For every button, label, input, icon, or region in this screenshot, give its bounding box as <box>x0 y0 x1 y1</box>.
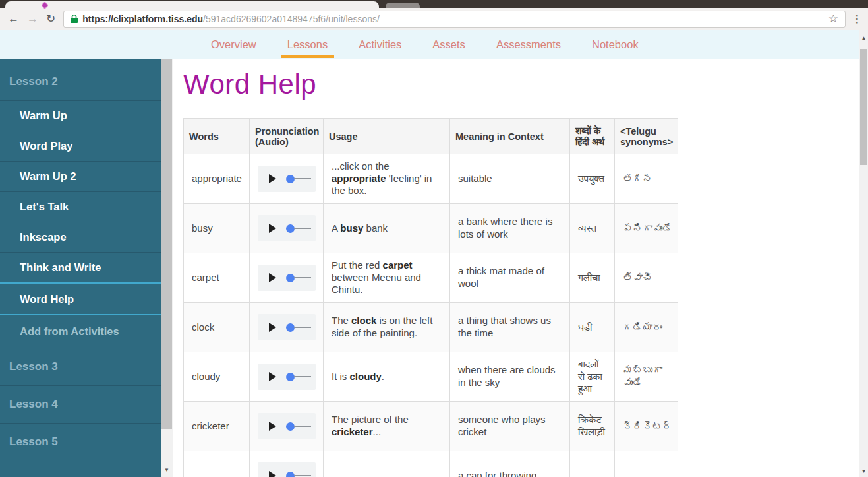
audio-player[interactable] <box>258 413 316 439</box>
browser-tab[interactable] <box>5 1 379 8</box>
window-scrollbar-thumb[interactable] <box>860 49 867 165</box>
audio-cell <box>250 154 324 204</box>
word-help-table: WordsPronunciation (Audio)UsageMeaning i… <box>183 118 678 477</box>
bookmark-star-icon[interactable]: ☆ <box>828 12 838 26</box>
sidebar-item-lesson-2[interactable]: Lesson 2 <box>0 63 161 101</box>
usage-cell <box>324 451 450 477</box>
sidebar-item-word-play[interactable]: Word Play <box>0 131 161 162</box>
table-row: cloudyIt is cloudy.when there are clouds… <box>184 352 678 402</box>
audio-player[interactable] <box>258 166 316 192</box>
hindi-cell: व्यस्त <box>570 204 615 253</box>
seek-track <box>294 178 311 180</box>
audio-cell <box>250 352 324 402</box>
telugu-cell <box>615 451 678 477</box>
usage-cell: The clock is on the left side of the pai… <box>324 303 450 352</box>
sidebar-item-warm-up-2[interactable]: Warm Up 2 <box>0 162 161 192</box>
sidebar-item-lesson-5[interactable]: Lesson 5 <box>0 424 161 461</box>
audio-cell <box>250 303 324 352</box>
seek-track <box>294 376 311 378</box>
sidebar-item-add-from-activities[interactable]: Add from Activities <box>0 315 161 348</box>
word-table-body: appropriate...click on the appropriate '… <box>184 154 678 477</box>
play-icon[interactable] <box>269 372 276 381</box>
usage-cell: ...click on the appropriate 'feeling' in… <box>324 154 450 204</box>
lesson-content: Word Help WordsPronunciation (Audio)Usag… <box>173 59 868 477</box>
column-header-blank: शब्दों के हिंदी अर्थ <box>570 119 615 154</box>
audio-player[interactable] <box>258 215 316 241</box>
table-row: cricketerThe picture of the cricketer...… <box>184 402 678 451</box>
word-cell <box>184 451 250 477</box>
tab-activities[interactable]: Activities <box>352 30 408 59</box>
meaning-cell: someone who plays cricket <box>450 402 570 451</box>
page-title: Word Help <box>183 69 868 100</box>
column-header-meaning-in-context: Meaning in Context <box>450 119 570 154</box>
table-row: clockThe clock is on the left side of th… <box>184 303 678 352</box>
seek-track <box>294 426 311 428</box>
window-scroll-down-icon[interactable]: ▼ <box>859 468 868 474</box>
table-row: a cap for throwing <box>184 451 678 477</box>
course-nav-band: OverviewLessonsActivitiesAssetsAssessmen… <box>0 30 868 59</box>
play-icon[interactable] <box>269 224 276 233</box>
play-icon[interactable] <box>269 471 276 477</box>
telugu-cell: పనిగావుండే <box>615 204 678 253</box>
telugu-cell: తివాచీ <box>615 253 678 303</box>
word-cell: appropriate <box>184 154 250 204</box>
audio-cell <box>250 253 324 303</box>
hindi-cell: क्रिकेट खिलाड़ी <box>570 402 615 451</box>
browser-tab-strip <box>0 0 868 8</box>
usage-cell: It is cloudy. <box>324 352 450 402</box>
meaning-cell: suitable <box>450 154 570 204</box>
audio-player[interactable] <box>258 265 316 291</box>
new-tab-button[interactable] <box>386 3 420 8</box>
sidebar-item-lesson-3[interactable]: Lesson 3 <box>0 348 161 386</box>
sidebar-item-lesson-4[interactable]: Lesson 4 <box>0 386 161 424</box>
telugu-cell: గడియారం <box>615 303 678 352</box>
tab-assessments[interactable]: Assessments <box>490 30 567 59</box>
url-text: https://clixplatform.tiss.edu/591acd6269… <box>82 14 380 24</box>
hindi-cell <box>570 451 615 477</box>
sidebar-item-word-help[interactable]: Word Help <box>0 282 161 315</box>
sidebar-item-let-s-talk[interactable]: Let's Talk <box>0 192 161 222</box>
tab-assets[interactable]: Assets <box>426 30 472 59</box>
meaning-cell: when there are clouds in the sky <box>450 352 570 402</box>
tab-overview[interactable]: Overview <box>204 30 263 59</box>
reload-button[interactable]: ↻ <box>46 13 55 24</box>
play-icon[interactable] <box>269 422 276 431</box>
play-icon[interactable] <box>269 273 276 282</box>
sidebar-scrollbar-thumb[interactable] <box>161 59 172 429</box>
hindi-cell: बादलों से ढका हुआ <box>570 352 615 402</box>
browser-menu-icon[interactable]: ⋮ <box>852 13 862 25</box>
telugu-cell: క్రికెటర్ <box>615 402 678 451</box>
sidebar-item-warm-up[interactable]: Warm Up <box>0 101 161 131</box>
window-scroll-up-icon[interactable]: ▲ <box>859 35 868 41</box>
url-bar[interactable]: https://clixplatform.tiss.edu/591acd6269… <box>63 11 846 28</box>
usage-cell: A busy bank <box>324 204 450 253</box>
play-icon[interactable] <box>269 323 276 332</box>
audio-cell <box>250 402 324 451</box>
hindi-cell: उपयुक्त <box>570 154 615 204</box>
column-header-usage: Usage <box>324 119 450 154</box>
table-row: busyA busy banka bank where there is lot… <box>184 204 678 253</box>
tab-notebook[interactable]: Notebook <box>585 30 645 59</box>
sidebar-nav: Lesson 2Warm UpWord PlayWarm Up 2Let's T… <box>0 59 161 477</box>
audio-player[interactable] <box>258 314 316 340</box>
sidebar-item-inkscape[interactable]: Inkscape <box>0 222 161 253</box>
window-scrollbar[interactable]: ▲ ▼ <box>859 30 868 477</box>
audio-player[interactable] <box>258 462 316 477</box>
meaning-cell: a cap for throwing <box>450 451 570 477</box>
sidebar-item-think-and-write[interactable]: Think and Write <box>0 253 161 283</box>
word-cell: carpet <box>184 253 250 303</box>
tab-lessons[interactable]: Lessons <box>281 30 334 59</box>
sidebar-scroll-down-icon[interactable]: ▼ <box>161 467 173 473</box>
audio-player[interactable] <box>258 364 316 390</box>
play-icon[interactable] <box>269 174 276 183</box>
seek-track <box>294 228 311 230</box>
back-button[interactable]: ← <box>8 13 19 24</box>
column-header-telugu-synonyms: <Telugu synonyms> <box>615 119 678 154</box>
meaning-cell: a bank where there is lots of work <box>450 204 570 253</box>
page-body: Lesson 2Warm UpWord PlayWarm Up 2Let's T… <box>0 59 868 477</box>
sidebar-scrollbar[interactable]: ▼ <box>161 59 173 477</box>
secure-lock-icon <box>71 15 78 23</box>
forward-button[interactable]: → <box>27 13 38 24</box>
telugu-cell: తగిన <box>615 154 678 204</box>
hindi-cell: घड़ी <box>570 303 615 352</box>
